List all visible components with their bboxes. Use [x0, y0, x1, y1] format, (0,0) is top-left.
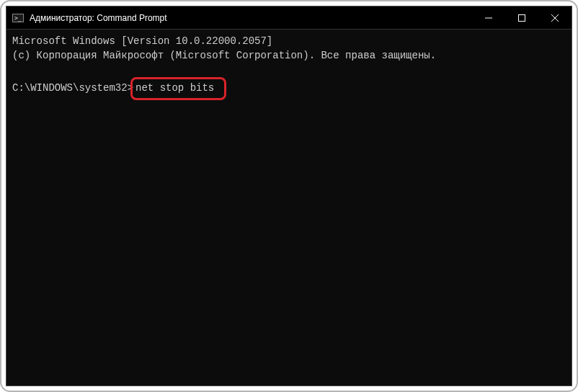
copyright-line: (c) Корпорация Майкрософт (Microsoft Cor… — [12, 50, 436, 61]
text-cursor — [214, 81, 220, 92]
titlebar[interactable]: >_ Администратор: Command Prompt — [6, 6, 572, 30]
prompt-path: C:\WINDOWS\system32> — [12, 82, 133, 94]
maximize-button[interactable] — [505, 6, 538, 29]
typed-command: net stop bits — [135, 82, 214, 94]
cmd-icon: >_ — [12, 12, 24, 24]
close-icon — [551, 14, 559, 22]
window-controls — [472, 6, 572, 29]
minimize-button[interactable] — [472, 6, 505, 29]
minimize-icon — [485, 14, 492, 22]
screenshot-frame: >_ Администратор: Command Prompt — [0, 0, 578, 392]
maximize-icon — [518, 14, 525, 22]
command-prompt-window: >_ Администратор: Command Prompt — [6, 6, 572, 386]
terminal-area[interactable]: Microsoft Windows [Version 10.0.22000.20… — [6, 30, 572, 386]
command-highlight: net stop bits — [130, 77, 226, 100]
close-button[interactable] — [538, 6, 572, 29]
version-line: Microsoft Windows [Version 10.0.22000.20… — [12, 35, 272, 47]
svg-rect-3 — [519, 14, 525, 21]
svg-text:>_: >_ — [14, 15, 22, 22]
window-title: Администратор: Command Prompt — [30, 13, 167, 23]
